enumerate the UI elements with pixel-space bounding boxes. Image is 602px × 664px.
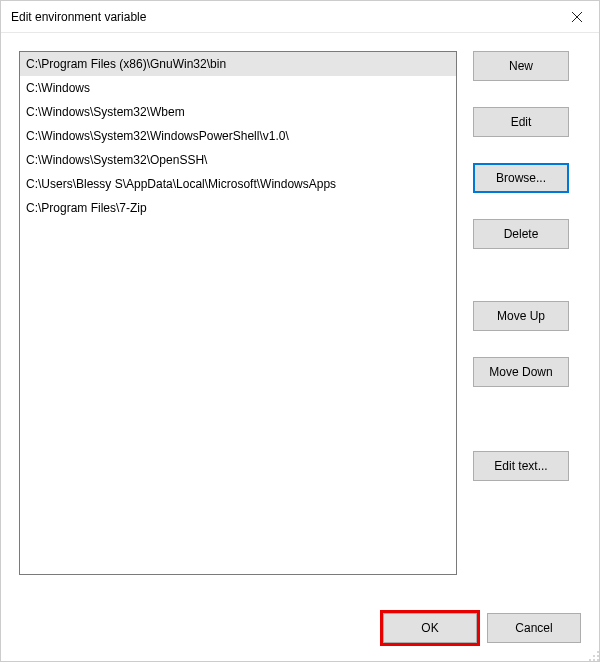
path-list-item[interactable]: C:\Users\Blessy S\AppData\Local\Microsof…: [20, 172, 456, 196]
path-listbox[interactable]: C:\Program Files (x86)\GnuWin32\binC:\Wi…: [19, 51, 457, 575]
path-list-item[interactable]: C:\Windows\System32\OpenSSH\: [20, 148, 456, 172]
path-list-item[interactable]: C:\Program Files\7-Zip: [20, 196, 456, 220]
edit-text-button[interactable]: Edit text...: [473, 451, 569, 481]
svg-point-1: [593, 655, 595, 657]
edit-env-var-dialog: Edit environment variable C:\Program Fil…: [0, 0, 600, 662]
new-button[interactable]: New: [473, 51, 569, 81]
dialog-body: C:\Program Files (x86)\GnuWin32\binC:\Wi…: [1, 33, 599, 613]
side-button-column: New Edit Browse... Delete Move Up Move D…: [473, 51, 569, 603]
browse-button[interactable]: Browse...: [473, 163, 569, 193]
path-list-item[interactable]: C:\Windows: [20, 76, 456, 100]
close-icon: [572, 12, 582, 22]
edit-button[interactable]: Edit: [473, 107, 569, 137]
close-button[interactable]: [554, 1, 599, 33]
ok-button[interactable]: OK: [383, 613, 477, 643]
svg-point-5: [597, 659, 599, 661]
move-up-button[interactable]: Move Up: [473, 301, 569, 331]
dialog-title: Edit environment variable: [11, 10, 554, 24]
path-list-item[interactable]: C:\Windows\System32\WindowsPowerShell\v1…: [20, 124, 456, 148]
svg-point-4: [593, 659, 595, 661]
svg-point-0: [597, 651, 599, 653]
move-down-button[interactable]: Move Down: [473, 357, 569, 387]
resize-grip-icon[interactable]: [588, 650, 600, 662]
cancel-button[interactable]: Cancel: [487, 613, 581, 643]
path-list-item[interactable]: C:\Windows\System32\Wbem: [20, 100, 456, 124]
titlebar: Edit environment variable: [1, 1, 599, 33]
dialog-footer: OK Cancel: [1, 613, 599, 661]
svg-point-2: [597, 655, 599, 657]
delete-button[interactable]: Delete: [473, 219, 569, 249]
path-list-item[interactable]: C:\Program Files (x86)\GnuWin32\bin: [20, 52, 456, 76]
svg-point-3: [589, 659, 591, 661]
